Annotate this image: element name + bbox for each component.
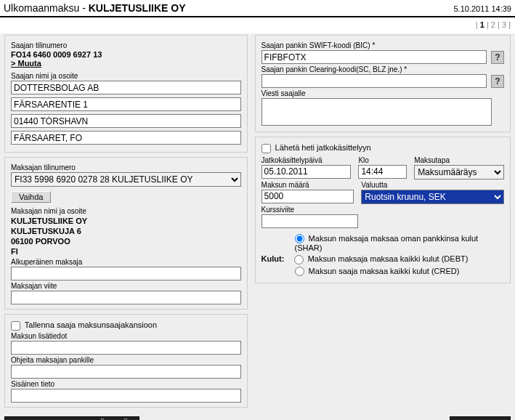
- page-title-company: KULJETUSLIIKE OY: [89, 2, 186, 14]
- pager-page-1[interactable]: 1: [480, 20, 484, 29]
- recipient-country-input[interactable]: [11, 131, 241, 145]
- change-recipient-link[interactable]: > Muuta: [11, 59, 241, 68]
- save-beneficiary-label: Tallenna saaja maksunsaajakansioon: [25, 320, 157, 329]
- clearing-help-icon[interactable]: ?: [491, 75, 504, 88]
- clearing-label: Saajan pankin Clearing-koodi(SC, BLZ jne…: [261, 65, 504, 73]
- send-immediate-label: Lähetä heti jatkokäsittelyyn: [275, 143, 371, 152]
- payer-address: KULJETUSLIIKE OY KULJETUSKUJA 6 06100 PO…: [11, 216, 241, 257]
- pager-page-3[interactable]: 3: [502, 20, 506, 29]
- charges-shar-radio[interactable]: [295, 234, 304, 243]
- payer-block: Maksajan tilinumero FI33 5998 6920 0278 …: [4, 157, 248, 310]
- charges-cred-radio[interactable]: [295, 267, 304, 276]
- bank-instr-label: Ohjeita maksajan pankille: [11, 356, 241, 364]
- rate-ref-input[interactable]: [261, 214, 359, 228]
- time-label: Klo: [358, 156, 407, 164]
- recipient-addr1-input[interactable]: [11, 97, 241, 111]
- time-input[interactable]: [358, 165, 407, 179]
- original-payer-label: Alkuperäinen maksaja: [11, 258, 241, 266]
- recipient-account-value: FO14 6460 0009 6927 13: [11, 50, 241, 59]
- payer-name-addr-label: Maksajan nimi ja osoite: [11, 207, 241, 215]
- message-label: Viesti saajalle: [261, 89, 504, 97]
- bank-instr-input[interactable]: [11, 365, 241, 379]
- extra-info-input[interactable]: [11, 341, 241, 355]
- swift-input[interactable]: [261, 50, 487, 64]
- charges-heading: Kulut:: [261, 254, 292, 263]
- currency-select[interactable]: Ruotsin kruunu, SEK: [361, 190, 504, 204]
- processing-date-label: Jatkokäsittelypäivä: [261, 156, 352, 164]
- charges-debt-radio[interactable]: [294, 255, 304, 264]
- clearing-input[interactable]: [261, 74, 487, 88]
- page-timestamp: 5.10.2011 14:39: [453, 4, 511, 13]
- recipient-bank-block: Saajan pankin SWIFT-koodi (BIC) ? Saajan…: [255, 35, 511, 132]
- swift-label: Saajan pankin SWIFT-koodi (BIC): [261, 41, 504, 49]
- message-textarea[interactable]: [261, 98, 492, 126]
- payer-ref-input[interactable]: [11, 291, 241, 304]
- continue-button[interactable]: JATKA: [450, 416, 511, 420]
- page-title-prefix: Ulkomaanmaksu -: [4, 2, 89, 14]
- processing-date-input[interactable]: [261, 165, 352, 179]
- page-title: Ulkomaanmaksu - KULJETUSLIIKE OY: [4, 2, 186, 14]
- payment-block: Lähetä heti jatkokäsittelyyn Jatkokäsitt…: [255, 137, 511, 283]
- recipient-account-block: Saajan tilinumero FO14 6460 0009 6927 13…: [4, 35, 248, 153]
- payer-account-select[interactable]: FI33 5998 6920 0278 28 KULJETUSLIIKE OY: [11, 172, 241, 187]
- charges-debt-label: Maksun maksaja maksaa kaikki kulut (DEBT…: [308, 254, 469, 263]
- charges-shar-label: Maksun maksaja maksaa oman pankkinsa kul…: [295, 234, 479, 253]
- save-beneficiary-checkbox[interactable]: [11, 321, 20, 331]
- charges-cred-label: Maksun saaja maksaa kaikki kulut (CRED): [309, 267, 460, 275]
- internal-note-input[interactable]: [11, 389, 241, 403]
- payment-method-label: Maksutapa: [414, 156, 504, 164]
- pager-page-2[interactable]: 2: [491, 20, 495, 29]
- pager: | 1 | 2 | 3 |: [0, 17, 515, 33]
- internal-note-label: Sisäinen tieto: [11, 380, 241, 388]
- change-payer-account-button[interactable]: Vaihda: [11, 191, 51, 203]
- currency-label: Valuutta: [361, 181, 504, 189]
- amount-input[interactable]: [261, 190, 354, 203]
- payment-method-select[interactable]: Maksumääräys: [414, 165, 504, 179]
- payer-account-label: Maksajan tilinumero: [11, 163, 241, 171]
- payer-ref-label: Maksajan viite: [11, 282, 241, 290]
- swift-help-icon[interactable]: ?: [491, 51, 504, 64]
- recipient-name-input[interactable]: [11, 81, 241, 94]
- extras-block: Tallenna saaja maksunsaajakansioon Maksu…: [4, 314, 248, 408]
- send-immediate-checkbox[interactable]: [261, 144, 271, 153]
- recipient-name-addr-label: Saajan nimi ja osoite: [11, 72, 241, 80]
- save-draft-button[interactable]: TALLENNA KESKENERÄISENÄ: [4, 416, 139, 420]
- extra-info-label: Maksun lisätiedot: [11, 332, 241, 340]
- original-payer-input[interactable]: [11, 267, 241, 280]
- amount-label: Maksun määrä: [261, 181, 354, 189]
- recipient-addr2-input[interactable]: [11, 114, 241, 128]
- rate-ref-label: Kurssiviite: [261, 206, 504, 214]
- recipient-account-label: Saajan tilinumero: [11, 41, 241, 49]
